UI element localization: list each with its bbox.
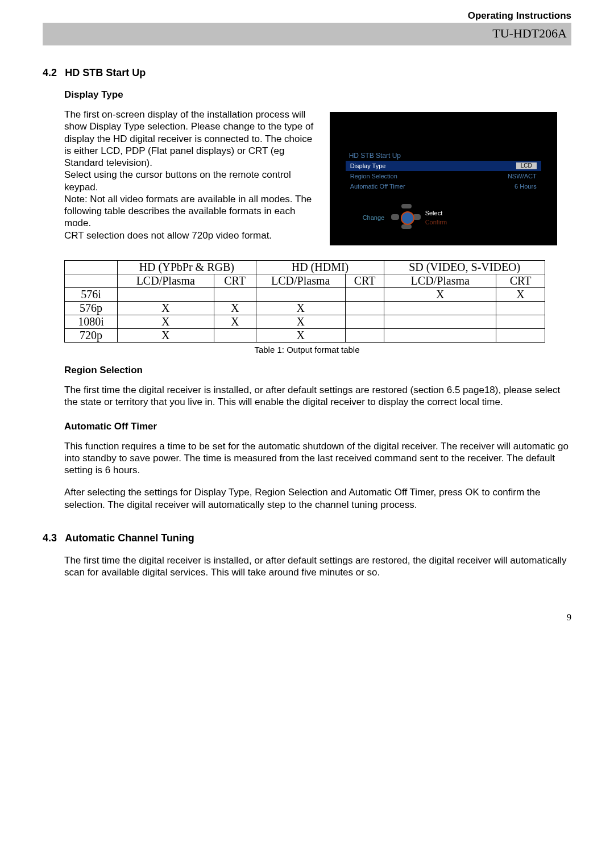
- display-type-p1: The first on-screen display of the insta…: [64, 108, 318, 169]
- osd-row: Region SelectionNSW/ACT: [346, 171, 541, 181]
- header-bar: TU-HDT206A: [43, 23, 571, 45]
- table-caption: Table 1: Output format table: [43, 345, 571, 354]
- osd-row-label: Region Selection: [350, 173, 397, 180]
- table-row-label: 720p: [65, 329, 118, 343]
- table-cell: [345, 315, 384, 329]
- region-selection-body: The first time the digital receiver is i…: [64, 384, 571, 408]
- section-number: 4.3: [43, 532, 57, 544]
- table-cell: X: [256, 315, 345, 329]
- section-4-2-heading: 4.2 HD STB Start Up: [43, 67, 571, 79]
- display-type-heading: Display Type: [64, 89, 571, 101]
- table-sub-header: LCD/Plasma: [384, 274, 496, 288]
- model-number: TU-HDT206A: [492, 26, 567, 41]
- automatic-off-timer-p2: After selecting the settings for Display…: [64, 486, 571, 511]
- section-4-3-body: The first time the digital receiver is i…: [64, 554, 571, 579]
- table-sub-header: LCD/Plasma: [256, 274, 345, 288]
- table-cell: X: [384, 288, 496, 302]
- table-cell: X: [214, 315, 256, 329]
- dpad-icon: [391, 204, 422, 235]
- table-cell: [214, 288, 256, 302]
- table-cell: [384, 315, 496, 329]
- section-title: Automatic Channel Tuning: [65, 532, 194, 544]
- table-sub-header: CRT: [496, 274, 545, 288]
- display-type-p2: Select using the cursor buttons on the r…: [64, 169, 318, 193]
- osd-row-value: 6 Hours: [515, 183, 537, 190]
- osd-hint-confirm: Confirm: [425, 219, 447, 226]
- table-row: 720pXX: [65, 329, 545, 343]
- display-type-p3: Note: Not all video formats are availabl…: [64, 193, 318, 229]
- table-cell: [256, 288, 345, 302]
- automatic-off-timer-heading: Automatic Off Timer: [64, 421, 571, 432]
- page-number: 9: [43, 612, 571, 623]
- display-type-body: The first on-screen display of the insta…: [64, 108, 318, 245]
- table-row: 1080iXXX: [65, 315, 545, 329]
- table-cell: [496, 315, 545, 329]
- table-group-header: HD (YPbPr & RGB): [118, 261, 256, 274]
- table-group-header: HD (HDMI): [256, 261, 384, 274]
- table-sub-header: LCD/Plasma: [118, 274, 214, 288]
- table-cell: X: [256, 329, 345, 343]
- osd-title: HD STB Start Up: [346, 151, 541, 161]
- table-row-label: 576p: [65, 302, 118, 315]
- osd-row-label: Display Type: [350, 162, 386, 169]
- doc-header-title: Operating Instructions: [468, 10, 571, 22]
- table-row-label: 1080i: [65, 315, 118, 329]
- osd-row-label: Automatic Off Timer: [350, 183, 405, 190]
- table-cell: [345, 329, 384, 343]
- table-cell: [345, 288, 384, 302]
- table-cell: X: [496, 288, 545, 302]
- region-selection-heading: Region Selection: [64, 365, 571, 376]
- osd-row: Display TypeLCD: [346, 161, 541, 171]
- section-number: 4.2: [43, 67, 57, 78]
- table-cell: X: [118, 302, 214, 315]
- table-cell: [496, 329, 545, 343]
- table-cell: [384, 302, 496, 315]
- table-cell: X: [118, 329, 214, 343]
- display-type-p4: CRT selection does not allow 720p video …: [64, 229, 318, 241]
- table-row: 576pXXX: [65, 302, 545, 315]
- table-sub-header: CRT: [345, 274, 384, 288]
- table-cell: X: [118, 315, 214, 329]
- table-group-header: SD (VIDEO, S-VIDEO): [384, 261, 545, 274]
- osd-row: Automatic Off Timer6 Hours: [346, 181, 541, 191]
- section-4-3-heading: 4.3 Automatic Channel Tuning: [43, 532, 571, 544]
- osd-hint-change: Change: [363, 214, 385, 221]
- osd-hint-select: Select: [425, 210, 443, 216]
- automatic-off-timer-p1: This function requires a time to be set …: [64, 440, 571, 477]
- table-cell: [118, 288, 214, 302]
- table-sub-header: CRT: [214, 274, 256, 288]
- osd-row-value: NSW/ACT: [508, 173, 537, 180]
- osd-screenshot: HD STB Start Up Display TypeLCDRegion Se…: [330, 112, 557, 245]
- section-title: HD STB Start Up: [65, 67, 146, 78]
- table-row-label: 576i: [65, 288, 118, 302]
- table-cell: X: [256, 302, 345, 315]
- table-cell: X: [214, 302, 256, 315]
- table-row: 576iXX: [65, 288, 545, 302]
- table-cell: [214, 329, 256, 343]
- table-cell: [384, 329, 496, 343]
- osd-row-value: LCD: [516, 162, 537, 169]
- table-cell: [345, 302, 384, 315]
- table-cell: [496, 302, 545, 315]
- output-format-table: HD (YPbPr & RGB) HD (HDMI) SD (VIDEO, S-…: [64, 260, 545, 343]
